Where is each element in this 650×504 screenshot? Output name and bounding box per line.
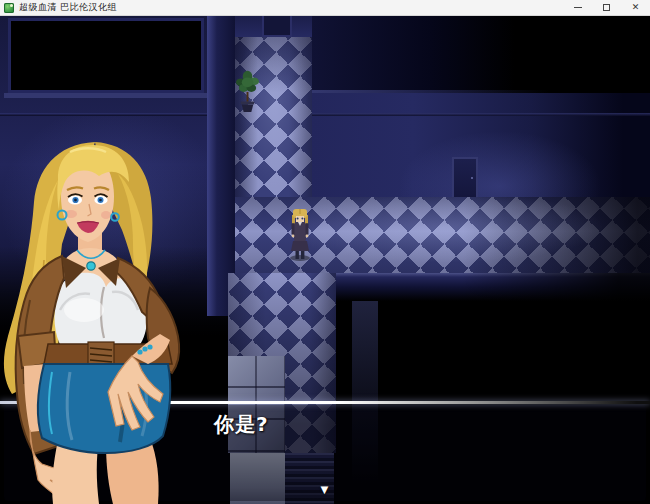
- app-icon: [4, 3, 14, 13]
- game-viewport[interactable]: 你是? ▼: [0, 16, 650, 504]
- close-button[interactable]: ✕: [621, 0, 650, 15]
- floor-shading: [235, 37, 312, 197]
- potted-plant-icon: [236, 67, 259, 113]
- window-sill: [4, 93, 208, 98]
- game-window: 超级血清 巴比伦汉化组 ✕: [0, 0, 650, 504]
- upper-dark-wall: [312, 16, 650, 93]
- continue-indicator-icon[interactable]: ▼: [318, 482, 331, 497]
- maximize-button[interactable]: [592, 0, 621, 15]
- wall-light-glow: [390, 126, 610, 197]
- corridor-west-wall: [207, 16, 235, 316]
- north-wall-door: [452, 157, 478, 197]
- minimize-button[interactable]: [563, 0, 592, 15]
- maximize-icon: [603, 4, 610, 11]
- dialogue-text: 你是?: [214, 411, 269, 438]
- blonde-pixel-character: [287, 207, 313, 261]
- window-title: 超级血清 巴比伦汉化组: [19, 1, 117, 14]
- title-bar[interactable]: 超级血清 巴比伦汉化组 ✕: [0, 0, 650, 16]
- ledge-shadow-fade: [336, 273, 650, 301]
- wall-seam: [312, 113, 650, 116]
- minimize-icon: [574, 7, 582, 8]
- blonde-woman-bust-portrait: [0, 140, 192, 504]
- dark-window-opening: [8, 18, 204, 93]
- close-icon: ✕: [632, 3, 640, 12]
- window-controls: ✕: [563, 0, 650, 15]
- corridor-end-door: [262, 16, 292, 37]
- wall-top-edge: [312, 90, 650, 93]
